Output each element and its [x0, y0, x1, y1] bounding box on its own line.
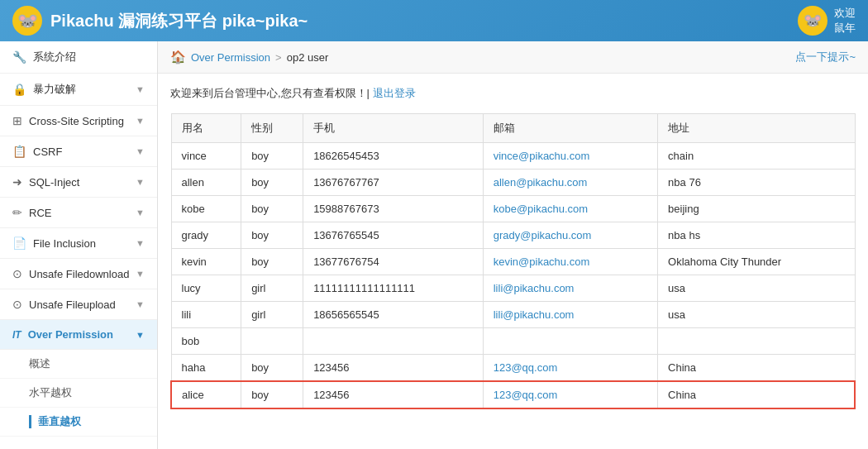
cell-address [658, 328, 855, 355]
sidebar-item-unsafe-download[interactable]: ⊙ Unsafe Filedownload ▼ [0, 259, 157, 289]
active-indicator [29, 415, 31, 428]
cell-address: China [658, 355, 855, 382]
cell-phone: 123456 [303, 355, 484, 382]
header-logo: 🐭 [12, 6, 42, 36]
logo-emoji: 🐭 [17, 11, 38, 31]
breadcrumb-parent[interactable]: Over Permission [191, 51, 270, 64]
permission-icon: IT [12, 329, 21, 341]
sidebar-item-brute[interactable]: 🔒 暴力破解 ▼ [0, 74, 157, 106]
cell-address: nba hs [658, 222, 855, 249]
cell-phone: 18656565545 [303, 302, 484, 328]
cell-phone: 13676765545 [303, 222, 484, 249]
download-icon: ⊙ [12, 267, 22, 280]
cell-gender: boy [241, 249, 303, 275]
col-header-address: 地址 [658, 114, 855, 143]
col-header-gender: 性别 [241, 114, 303, 143]
chevron-icon-rce: ▼ [136, 208, 145, 217]
welcome-text: 欢迎 鼠年 [834, 6, 856, 36]
sidebar-subitem-horizontal[interactable]: 水平越权 [0, 379, 157, 408]
app-title: Pikachu 漏洞练习平台 pika~pika~ [50, 10, 308, 32]
xss-icon: ⊞ [12, 114, 22, 127]
sidebar-label-file-inclusion: File Inclusion [33, 237, 96, 250]
cell-address: China [658, 381, 855, 408]
chevron-icon-csrf: ▼ [136, 146, 145, 156]
cell-address: chain [658, 143, 855, 170]
sidebar-item-rce[interactable]: ✏ RCE ▼ [0, 198, 157, 228]
sidebar-subitem-overview[interactable]: 概述 [0, 350, 157, 379]
table-row: allenboy13676767767allen@pikachu.comnba … [171, 170, 855, 196]
table-row: aliceboy123456123@qq.comChina [171, 381, 855, 408]
sidebar-item-unsafe-upload[interactable]: ⊙ Unsafe Fileupload ▼ [0, 289, 157, 320]
cell-phone [303, 328, 484, 355]
sidebar-item-csrf[interactable]: 📋 CSRF ▼ [0, 136, 157, 167]
col-header-name: 用名 [171, 114, 241, 143]
logout-link[interactable]: 退出登录 [373, 87, 416, 99]
sidebar-label-over-permission: Over Permission [28, 328, 113, 341]
table-row: vinceboy18626545453vince@pikachu.comchai… [171, 143, 855, 170]
content-body: 欢迎来到后台管理中心,您只有查看权限！| 退出登录 用名 性别 手机 邮箱 地址… [158, 74, 868, 422]
cell-name: kobe [171, 196, 241, 222]
sidebar-item-xss[interactable]: ⊞ Cross-Site Scripting ▼ [0, 106, 157, 136]
chevron-icon: ▼ [136, 84, 145, 94]
cell-address: beijing [658, 196, 855, 222]
main-layout: 🔧 系统介绍 🔒 暴力破解 ▼ ⊞ Cross-Site Scripting ▼… [0, 41, 868, 449]
chevron-icon-upload: ▼ [136, 299, 145, 309]
home-icon[interactable]: 🏠 [170, 50, 186, 64]
breadcrumb: 🏠 Over Permission > op2 user 点一下提示~ [158, 41, 868, 74]
cell-address: nba 76 [658, 170, 855, 196]
sidebar-subitem-vertical[interactable]: 垂直越权 [0, 408, 157, 437]
cell-name: grady [171, 222, 241, 249]
sidebar-label-unsafe-download: Unsafe Filedownload [29, 268, 129, 280]
cell-email: grady@pikachu.com [483, 222, 657, 249]
sidebar-label-rce: RCE [29, 207, 51, 219]
user-avatar: 🐭 [798, 6, 827, 36]
cell-email: allen@pikachu.com [483, 170, 657, 196]
cell-email: kevin@pikachu.com [483, 249, 657, 275]
cell-address: usa [658, 275, 855, 302]
csrf-icon: 📋 [12, 145, 26, 158]
header-right: 🐭 欢迎 鼠年 [798, 6, 856, 36]
cell-email: vince@pikachu.com [483, 143, 657, 170]
welcome-line1: 欢迎 [834, 6, 856, 21]
col-header-email: 邮箱 [483, 114, 657, 143]
sidebar-item-sql[interactable]: ➜ SQL-Inject ▼ [0, 167, 157, 198]
cell-name: allen [171, 170, 241, 196]
breadcrumb-separator: > [275, 51, 282, 64]
app-header: 🐭 Pikachu 漏洞练习平台 pika~pika~ 🐭 欢迎 鼠年 [0, 0, 868, 41]
chevron-icon-download: ▼ [136, 269, 145, 279]
cell-phone: 13677676754 [303, 249, 484, 275]
cell-gender: boy [241, 355, 303, 382]
cell-name: lili [171, 302, 241, 328]
cell-gender: boy [241, 222, 303, 249]
settings-icon: 🔧 [12, 50, 26, 64]
chevron-icon-sql: ▼ [136, 177, 145, 187]
users-table: 用名 性别 手机 邮箱 地址 vinceboy18626545453vince@… [170, 113, 856, 409]
sidebar-item-intro[interactable]: 🔧 系统介绍 [0, 41, 157, 74]
sidebar-item-over-permission[interactable]: IT Over Permission ▼ [0, 320, 157, 350]
cell-name: bob [171, 328, 241, 355]
upload-icon: ⊙ [12, 298, 22, 311]
cell-phone: 18626545453 [303, 143, 484, 170]
sidebar-label-csrf: CSRF [33, 146, 62, 158]
cell-gender: girl [241, 275, 303, 302]
sidebar-item-file-inclusion[interactable]: 📄 File Inclusion ▼ [0, 228, 157, 259]
cell-name: vince [171, 143, 241, 170]
sidebar: 🔧 系统介绍 🔒 暴力破解 ▼ ⊞ Cross-Site Scripting ▼… [0, 41, 158, 449]
table-row: hahaboy123456123@qq.comChina [171, 355, 855, 382]
cell-email [483, 328, 657, 355]
cell-gender: boy [241, 143, 303, 170]
file-icon: 📄 [12, 236, 26, 250]
table-row: kevinboy13677676754kevin@pikachu.comOkla… [171, 249, 855, 275]
sidebar-label-xss: Cross-Site Scripting [29, 115, 124, 127]
cell-address: Oklahoma City Thunder [658, 249, 855, 275]
cell-email: kobe@pikachu.com [483, 196, 657, 222]
col-header-phone: 手机 [303, 114, 484, 143]
sidebar-label-intro: 系统介绍 [33, 50, 76, 64]
table-row: kobeboy15988767673kobe@pikachu.combeijin… [171, 196, 855, 222]
sidebar-label-brute: 暴力破解 [33, 82, 76, 97]
sidebar-label-sql: SQL-Inject [29, 176, 79, 189]
hint-link[interactable]: 点一下提示~ [795, 50, 856, 64]
table-row: lucygirl11111111111111111lili@pikachu.co… [171, 275, 855, 302]
cell-phone: 123456 [303, 381, 484, 408]
cell-email: 123@qq.com [483, 381, 657, 408]
